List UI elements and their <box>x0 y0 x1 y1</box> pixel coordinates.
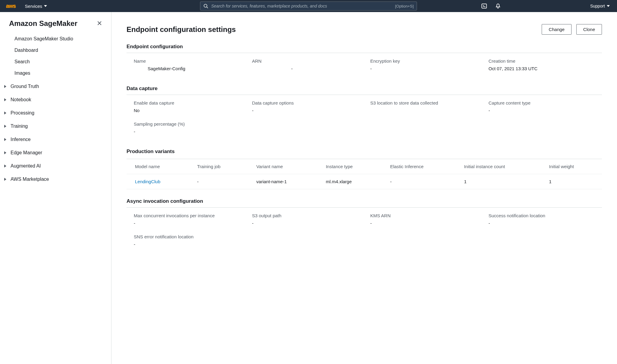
chevron-right-icon <box>4 125 6 128</box>
kv-label: S3 output path <box>252 213 359 218</box>
sidebar-item-label: Augmented AI <box>11 163 41 169</box>
sidebar-item-processing[interactable]: Processing <box>0 107 111 119</box>
search-icon <box>203 4 208 8</box>
sidebar-item-training[interactable]: Training <box>0 121 111 132</box>
col-initial-count[interactable]: Initial instance count <box>456 159 540 174</box>
kv-value: SageMaker-Config <box>134 66 240 71</box>
sidebar-item-label: Search <box>14 59 30 64</box>
sidebar-item-images[interactable]: Images <box>0 67 111 79</box>
sidebar-item-label: Processing <box>11 110 34 116</box>
kv-s3-location: S3 location to store data collected <box>370 100 477 113</box>
sidebar: Amazon SageMaker ✕ Amazon SageMaker Stud… <box>0 12 111 364</box>
col-model-name[interactable]: Model name <box>127 159 189 174</box>
kv-success-location: Success notification location - <box>489 213 595 226</box>
top-nav: aws Services [Option+S] <box>0 0 617 12</box>
kv-label: Name <box>134 58 240 64</box>
sidebar-item-notebook[interactable]: Notebook <box>0 94 111 105</box>
col-initial-weight[interactable]: Initial weight <box>540 159 602 174</box>
section-heading: Async invocation configuration <box>127 198 602 208</box>
kv-label: KMS ARN <box>370 213 477 218</box>
services-dropdown[interactable]: Services <box>25 4 47 9</box>
kv-value: - <box>134 242 240 247</box>
sidebar-item-ground-truth[interactable]: Ground Truth <box>0 81 111 92</box>
model-link[interactable]: LendingClub <box>135 179 160 184</box>
section-data-capture: Data capture Enable data capture No Data… <box>127 86 602 134</box>
section-heading: Production variants <box>127 149 602 155</box>
sidebar-item-label: AWS Marketplace <box>11 177 49 182</box>
notifications-icon[interactable] <box>495 3 501 9</box>
search-box[interactable]: [Option+S] <box>200 2 417 11</box>
kv-label: Data capture options <box>252 100 359 105</box>
chevron-right-icon <box>4 85 6 88</box>
kv-content-type: Capture content type - <box>489 100 595 113</box>
sidebar-item-label: Edge Manager <box>11 150 42 155</box>
search-shortcut-hint: [Option+S] <box>395 4 414 8</box>
sidebar-item-marketplace[interactable]: AWS Marketplace <box>0 174 111 185</box>
clone-button[interactable]: Clone <box>576 24 602 35</box>
section-production-variants: Production variants Model name Training … <box>127 149 602 189</box>
sidebar-item-label: Amazon SageMaker Studio <box>14 36 73 42</box>
sidebar-item-label: Training <box>11 124 28 129</box>
kv-value: No <box>134 108 240 113</box>
search-input[interactable] <box>211 4 392 8</box>
chevron-right-icon <box>4 178 6 181</box>
sidebar-item-dashboard[interactable]: Dashboard <box>0 45 111 56</box>
cell-training-job: - <box>189 174 248 189</box>
kv-value: - <box>134 129 240 134</box>
kv-value: - <box>252 221 359 226</box>
change-button[interactable]: Change <box>542 24 572 35</box>
sidebar-item-label: Images <box>14 71 30 76</box>
kv-label: Success notification location <box>489 213 595 218</box>
support-dropdown[interactable]: Support <box>589 4 611 8</box>
sidebar-item-search[interactable]: Search <box>0 56 111 67</box>
col-instance-type[interactable]: Instance type <box>317 159 381 174</box>
cell-count: 1 <box>456 174 540 189</box>
page-actions: Change Clone <box>538 24 602 35</box>
kv-value: - <box>252 108 359 113</box>
global-search: [Option+S] <box>200 2 417 11</box>
kv-capture-options: Data capture options - <box>252 100 359 113</box>
kv-value: - <box>252 66 359 71</box>
kv-enable-capture: Enable data capture No <box>134 100 240 113</box>
services-label: Services <box>25 4 42 9</box>
col-training-job[interactable]: Training job <box>189 159 248 174</box>
chevron-right-icon <box>4 98 6 101</box>
page-title: Endpoint configuration settings <box>127 25 236 34</box>
kv-kms-arn: KMS ARN - <box>370 213 477 226</box>
main-content: Endpoint configuration settings Change C… <box>111 12 617 364</box>
kv-label: ARN <box>252 58 359 64</box>
caret-down-icon <box>607 5 610 7</box>
sidebar-item-edge-manager[interactable]: Edge Manager <box>0 147 111 158</box>
kv-value: - <box>370 66 477 71</box>
kv-label: Creation time <box>489 58 595 64</box>
sidebar-item-label: Ground Truth <box>11 84 39 89</box>
chevron-right-icon <box>4 138 6 141</box>
sidebar-item-inference[interactable]: Inference <box>0 134 111 145</box>
variants-table: Model name Training job Variant name Ins… <box>127 159 602 189</box>
sidebar-item-augmented-ai[interactable]: Augmented AI <box>0 160 111 172</box>
aws-logo[interactable]: aws <box>6 3 16 9</box>
table-header-row: Model name Training job Variant name Ins… <box>127 159 602 174</box>
cell-weight: 1 <box>540 174 602 189</box>
kv-label: Max concurrent invocations per instance <box>134 213 240 218</box>
kv-label: Enable data capture <box>134 100 240 105</box>
kv-s3-output: S3 output path - <box>252 213 359 226</box>
cloudshell-icon[interactable] <box>481 3 487 9</box>
kv-name: Name SageMaker-Config <box>134 58 240 71</box>
kv-label: S3 location to store data collected <box>370 100 477 105</box>
svg-line-1 <box>207 7 208 8</box>
sidebar-item-label: Notebook <box>11 97 31 102</box>
section-heading: Endpoint configuration <box>127 44 602 53</box>
col-variant-name[interactable]: Variant name <box>248 159 318 174</box>
kv-value: - <box>370 221 477 226</box>
close-icon[interactable]: ✕ <box>97 20 102 27</box>
sidebar-item-studio[interactable]: Amazon SageMaker Studio <box>0 33 111 45</box>
kv-value: Oct 07, 2021 13:33 UTC <box>489 66 595 71</box>
col-elastic-inference[interactable]: Elastic Inference <box>382 159 456 174</box>
kv-encryption: Encryption key - <box>370 58 477 71</box>
kv-error-location: SNS error notification location - <box>134 234 240 247</box>
support-label: Support <box>590 4 605 8</box>
kv-arn: ARN - <box>252 58 359 71</box>
kv-value: - <box>489 221 595 226</box>
chevron-right-icon <box>4 165 6 168</box>
